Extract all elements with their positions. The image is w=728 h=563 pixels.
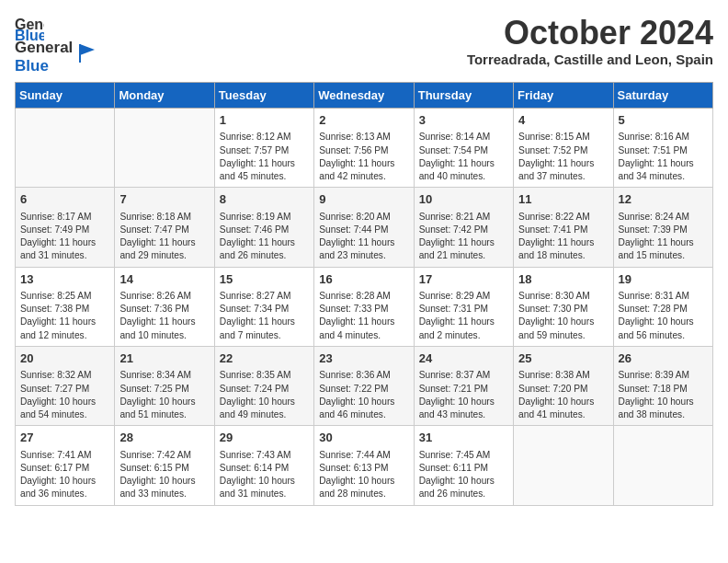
day-content: Sunrise: 8:18 AM Sunset: 7:47 PM Dayligh…	[119, 211, 209, 263]
day-number: 21	[119, 350, 209, 367]
calendar-cell: 27Sunrise: 7:41 AM Sunset: 6:17 PM Dayli…	[16, 426, 115, 505]
day-number: 22	[220, 350, 309, 367]
calendar-cell: 13Sunrise: 8:25 AM Sunset: 7:38 PM Dayli…	[16, 267, 115, 346]
calendar-cell: 22Sunrise: 8:35 AM Sunset: 7:24 PM Dayli…	[214, 347, 313, 426]
header-day: Sunday	[16, 83, 115, 109]
day-number: 6	[20, 191, 109, 208]
day-number: 14	[119, 271, 209, 288]
calendar-cell: 28Sunrise: 7:42 AM Sunset: 6:15 PM Dayli…	[115, 426, 214, 505]
day-content: Sunrise: 8:32 AM Sunset: 7:27 PM Dayligh…	[20, 369, 109, 421]
day-number: 16	[319, 271, 408, 288]
day-number: 15	[220, 271, 309, 288]
header-day: Monday	[115, 83, 214, 109]
calendar-cell: 12Sunrise: 8:24 AM Sunset: 7:39 PM Dayli…	[613, 188, 712, 267]
header: General Blue General Blue October 2024 T…	[15, 15, 713, 75]
day-number: 27	[20, 430, 109, 446]
day-content: Sunrise: 7:44 AM Sunset: 6:13 PM Dayligh…	[319, 449, 408, 501]
day-content: Sunrise: 8:21 AM Sunset: 7:42 PM Dayligh…	[419, 211, 508, 263]
svg-marker-2	[80, 44, 95, 55]
calendar-cell: 11Sunrise: 8:22 AM Sunset: 7:41 PM Dayli…	[514, 188, 613, 267]
calendar-cell	[613, 426, 712, 505]
day-number: 30	[319, 430, 408, 446]
calendar-cell	[16, 109, 115, 188]
calendar-cell	[514, 426, 613, 505]
calendar-week-row: 20Sunrise: 8:32 AM Sunset: 7:27 PM Dayli…	[16, 347, 713, 426]
calendar-cell: 29Sunrise: 7:43 AM Sunset: 6:14 PM Dayli…	[214, 426, 313, 505]
day-number: 20	[20, 350, 109, 367]
day-number: 17	[419, 271, 508, 288]
calendar-cell: 7Sunrise: 8:18 AM Sunset: 7:47 PM Daylig…	[115, 188, 214, 267]
logo-flag-icon	[76, 42, 97, 63]
calendar-week-row: 27Sunrise: 7:41 AM Sunset: 6:17 PM Dayli…	[16, 426, 713, 505]
calendar-cell: 14Sunrise: 8:26 AM Sunset: 7:36 PM Dayli…	[115, 267, 214, 346]
calendar-cell: 21Sunrise: 8:34 AM Sunset: 7:25 PM Dayli…	[115, 347, 214, 426]
calendar-cell: 9Sunrise: 8:20 AM Sunset: 7:44 PM Daylig…	[314, 188, 414, 267]
header-day: Thursday	[414, 83, 513, 109]
day-content: Sunrise: 8:39 AM Sunset: 7:18 PM Dayligh…	[619, 369, 708, 421]
day-number: 8	[220, 191, 309, 208]
calendar-cell: 30Sunrise: 7:44 AM Sunset: 6:13 PM Dayli…	[314, 426, 414, 505]
day-number: 26	[619, 350, 708, 367]
day-content: Sunrise: 8:17 AM Sunset: 7:49 PM Dayligh…	[20, 211, 109, 263]
day-content: Sunrise: 8:29 AM Sunset: 7:31 PM Dayligh…	[419, 290, 508, 342]
day-number: 25	[518, 350, 608, 367]
calendar-cell: 10Sunrise: 8:21 AM Sunset: 7:42 PM Dayli…	[414, 188, 513, 267]
day-number: 10	[419, 191, 508, 208]
month-title: October 2024	[467, 15, 713, 52]
day-number: 4	[518, 112, 608, 129]
day-content: Sunrise: 8:28 AM Sunset: 7:33 PM Dayligh…	[319, 290, 408, 342]
logo: General Blue General Blue	[15, 15, 97, 75]
calendar-cell: 8Sunrise: 8:19 AM Sunset: 7:46 PM Daylig…	[214, 188, 313, 267]
day-content: Sunrise: 8:31 AM Sunset: 7:28 PM Dayligh…	[619, 290, 708, 342]
page: General Blue General Blue October 2024 T…	[0, 0, 728, 521]
calendar-cell: 1Sunrise: 8:12 AM Sunset: 7:57 PM Daylig…	[214, 109, 313, 188]
day-content: Sunrise: 8:36 AM Sunset: 7:22 PM Dayligh…	[319, 369, 408, 421]
day-content: Sunrise: 8:34 AM Sunset: 7:25 PM Dayligh…	[119, 369, 209, 421]
day-number: 13	[20, 271, 109, 288]
calendar-table: SundayMondayTuesdayWednesdayThursdayFrid…	[15, 82, 713, 506]
day-number: 7	[119, 191, 209, 208]
calendar-cell: 3Sunrise: 8:14 AM Sunset: 7:54 PM Daylig…	[414, 109, 513, 188]
calendar-cell: 15Sunrise: 8:27 AM Sunset: 7:34 PM Dayli…	[214, 267, 313, 346]
calendar-cell: 20Sunrise: 8:32 AM Sunset: 7:27 PM Dayli…	[16, 347, 115, 426]
calendar-cell: 6Sunrise: 8:17 AM Sunset: 7:49 PM Daylig…	[16, 188, 115, 267]
calendar-cell: 24Sunrise: 8:37 AM Sunset: 7:21 PM Dayli…	[414, 347, 513, 426]
day-content: Sunrise: 8:25 AM Sunset: 7:38 PM Dayligh…	[20, 290, 109, 342]
day-content: Sunrise: 8:22 AM Sunset: 7:41 PM Dayligh…	[518, 211, 608, 263]
day-content: Sunrise: 8:27 AM Sunset: 7:34 PM Dayligh…	[220, 290, 309, 342]
day-content: Sunrise: 8:24 AM Sunset: 7:39 PM Dayligh…	[619, 211, 708, 263]
day-number: 2	[319, 112, 408, 129]
day-content: Sunrise: 8:19 AM Sunset: 7:46 PM Dayligh…	[220, 211, 309, 263]
header-day: Wednesday	[314, 83, 414, 109]
calendar-cell: 5Sunrise: 8:16 AM Sunset: 7:51 PM Daylig…	[613, 109, 712, 188]
day-number: 28	[119, 430, 209, 446]
day-number: 12	[619, 191, 708, 208]
calendar-cell: 26Sunrise: 8:39 AM Sunset: 7:18 PM Dayli…	[613, 347, 712, 426]
calendar-cell: 23Sunrise: 8:36 AM Sunset: 7:22 PM Dayli…	[314, 347, 414, 426]
calendar-week-row: 1Sunrise: 8:12 AM Sunset: 7:57 PM Daylig…	[16, 109, 713, 188]
calendar-cell	[115, 109, 214, 188]
day-number: 9	[319, 191, 408, 208]
day-content: Sunrise: 8:14 AM Sunset: 7:54 PM Dayligh…	[419, 131, 508, 183]
day-content: Sunrise: 8:16 AM Sunset: 7:51 PM Dayligh…	[619, 131, 708, 183]
calendar-cell: 25Sunrise: 8:38 AM Sunset: 7:20 PM Dayli…	[514, 347, 613, 426]
calendar-cell: 17Sunrise: 8:29 AM Sunset: 7:31 PM Dayli…	[414, 267, 513, 346]
calendar-cell: 19Sunrise: 8:31 AM Sunset: 7:28 PM Dayli…	[613, 267, 712, 346]
calendar-week-row: 13Sunrise: 8:25 AM Sunset: 7:38 PM Dayli…	[16, 267, 713, 346]
day-number: 31	[419, 430, 508, 446]
calendar-week-row: 6Sunrise: 8:17 AM Sunset: 7:49 PM Daylig…	[16, 188, 713, 267]
logo-general: General	[15, 39, 73, 57]
calendar-cell: 4Sunrise: 8:15 AM Sunset: 7:52 PM Daylig…	[514, 109, 613, 188]
day-content: Sunrise: 7:45 AM Sunset: 6:11 PM Dayligh…	[419, 449, 508, 501]
header-row: SundayMondayTuesdayWednesdayThursdayFrid…	[16, 83, 713, 109]
day-content: Sunrise: 8:37 AM Sunset: 7:21 PM Dayligh…	[419, 369, 508, 421]
day-content: Sunrise: 8:35 AM Sunset: 7:24 PM Dayligh…	[220, 369, 309, 421]
day-content: Sunrise: 8:38 AM Sunset: 7:20 PM Dayligh…	[518, 369, 608, 421]
calendar-cell: 2Sunrise: 8:13 AM Sunset: 7:56 PM Daylig…	[314, 109, 414, 188]
logo-blue: Blue	[15, 57, 73, 75]
day-content: Sunrise: 7:41 AM Sunset: 6:17 PM Dayligh…	[20, 449, 109, 501]
day-content: Sunrise: 8:12 AM Sunset: 7:57 PM Dayligh…	[220, 131, 309, 183]
calendar-cell: 18Sunrise: 8:30 AM Sunset: 7:30 PM Dayli…	[514, 267, 613, 346]
day-number: 5	[619, 112, 708, 129]
day-number: 3	[419, 112, 508, 129]
